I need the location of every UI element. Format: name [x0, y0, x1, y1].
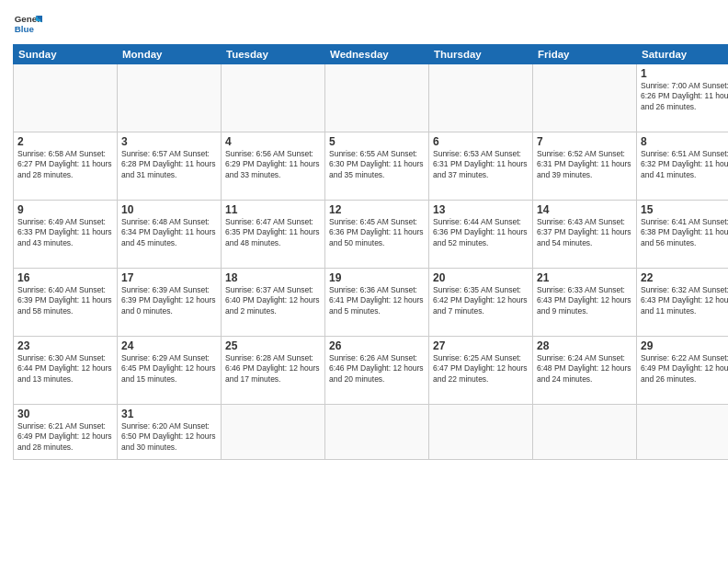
weekday-wednesday: Wednesday — [325, 45, 429, 64]
day-number: 5 — [329, 135, 425, 148]
day-info: Sunrise: 6:29 AM Sunset: 6:45 PM Dayligh… — [121, 353, 217, 385]
calendar-cell: 10Sunrise: 6:48 AM Sunset: 6:34 PM Dayli… — [118, 201, 222, 269]
day-number: 21 — [537, 271, 632, 284]
calendar-cell: 4Sunrise: 6:56 AM Sunset: 6:29 PM Daylig… — [222, 132, 325, 201]
calendar-cell — [325, 64, 429, 132]
calendar-week-0: 1Sunrise: 7:00 AM Sunset: 6:26 PM Daylig… — [14, 64, 729, 132]
day-number: 22 — [641, 271, 728, 284]
day-info: Sunrise: 6:22 AM Sunset: 6:49 PM Dayligh… — [641, 353, 728, 385]
calendar-cell: 6Sunrise: 6:53 AM Sunset: 6:31 PM Daylig… — [429, 132, 533, 201]
calendar-cell: 9Sunrise: 6:49 AM Sunset: 6:33 PM Daylig… — [14, 201, 118, 269]
day-number: 6 — [433, 135, 529, 148]
calendar-cell: 8Sunrise: 6:51 AM Sunset: 6:32 PM Daylig… — [637, 132, 729, 201]
weekday-saturday: Saturday — [637, 45, 729, 64]
day-info: Sunrise: 6:57 AM Sunset: 6:28 PM Dayligh… — [121, 149, 217, 180]
calendar-cell: 20Sunrise: 6:35 AM Sunset: 6:42 PM Dayli… — [429, 269, 533, 337]
day-number: 14 — [537, 203, 632, 216]
calendar-cell: 30Sunrise: 6:21 AM Sunset: 6:49 PM Dayli… — [14, 405, 118, 460]
calendar-week-2: 9Sunrise: 6:49 AM Sunset: 6:33 PM Daylig… — [14, 201, 729, 269]
day-number: 12 — [329, 203, 425, 216]
calendar-cell: 15Sunrise: 6:41 AM Sunset: 6:38 PM Dayli… — [637, 201, 729, 269]
calendar-cell: 17Sunrise: 6:39 AM Sunset: 6:39 PM Dayli… — [118, 269, 222, 337]
calendar-cell: 27Sunrise: 6:25 AM Sunset: 6:47 PM Dayli… — [429, 337, 533, 405]
day-number: 1 — [641, 67, 728, 80]
day-number: 2 — [17, 135, 113, 148]
calendar-cell: 2Sunrise: 6:58 AM Sunset: 6:27 PM Daylig… — [14, 132, 118, 201]
day-info: Sunrise: 6:47 AM Sunset: 6:35 PM Dayligh… — [225, 217, 321, 248]
page: General Blue SundayMondayTuesdayWednesda… — [0, 0, 728, 563]
day-info: Sunrise: 6:56 AM Sunset: 6:29 PM Dayligh… — [225, 149, 321, 180]
day-number: 17 — [121, 271, 217, 284]
svg-text:Blue: Blue — [15, 24, 35, 34]
calendar-cell: 19Sunrise: 6:36 AM Sunset: 6:41 PM Dayli… — [325, 269, 429, 337]
calendar-cell: 16Sunrise: 6:40 AM Sunset: 6:39 PM Dayli… — [14, 269, 118, 337]
day-number: 8 — [641, 135, 728, 148]
day-info: Sunrise: 6:25 AM Sunset: 6:47 PM Dayligh… — [433, 353, 529, 385]
day-number: 26 — [329, 339, 425, 352]
calendar-week-3: 16Sunrise: 6:40 AM Sunset: 6:39 PM Dayli… — [14, 269, 729, 337]
day-info: Sunrise: 6:41 AM Sunset: 6:38 PM Dayligh… — [641, 217, 728, 248]
calendar-cell — [533, 405, 637, 460]
day-number: 24 — [121, 339, 217, 352]
day-info: Sunrise: 6:48 AM Sunset: 6:34 PM Dayligh… — [121, 217, 217, 248]
calendar-cell: 11Sunrise: 6:47 AM Sunset: 6:35 PM Dayli… — [222, 201, 325, 269]
day-number: 13 — [433, 203, 529, 216]
day-info: Sunrise: 6:24 AM Sunset: 6:48 PM Dayligh… — [537, 353, 632, 385]
day-number: 15 — [641, 203, 728, 216]
day-number: 27 — [433, 339, 529, 352]
calendar-cell: 13Sunrise: 6:44 AM Sunset: 6:36 PM Dayli… — [429, 201, 533, 269]
day-info: Sunrise: 6:37 AM Sunset: 6:40 PM Dayligh… — [225, 285, 321, 316]
calendar-week-4: 23Sunrise: 6:30 AM Sunset: 6:44 PM Dayli… — [14, 337, 729, 405]
calendar-cell: 26Sunrise: 6:26 AM Sunset: 6:46 PM Dayli… — [325, 337, 429, 405]
calendar-cell: 23Sunrise: 6:30 AM Sunset: 6:44 PM Dayli… — [14, 337, 118, 405]
day-number: 18 — [225, 271, 321, 284]
calendar-cell: 25Sunrise: 6:28 AM Sunset: 6:46 PM Dayli… — [222, 337, 325, 405]
day-number: 30 — [17, 408, 113, 420]
calendar-cell — [429, 64, 533, 132]
calendar-cell: 21Sunrise: 6:33 AM Sunset: 6:43 PM Dayli… — [533, 269, 637, 337]
weekday-monday: Monday — [118, 45, 222, 64]
weekday-header-row: SundayMondayTuesdayWednesdayThursdayFrid… — [14, 45, 729, 64]
day-info: Sunrise: 6:49 AM Sunset: 6:33 PM Dayligh… — [17, 217, 113, 248]
day-info: Sunrise: 6:44 AM Sunset: 6:36 PM Dayligh… — [433, 217, 529, 248]
calendar-cell: 3Sunrise: 6:57 AM Sunset: 6:28 PM Daylig… — [118, 132, 222, 201]
day-info: Sunrise: 6:58 AM Sunset: 6:27 PM Dayligh… — [17, 149, 113, 180]
calendar-cell — [533, 64, 637, 132]
day-number: 10 — [121, 203, 217, 216]
calendar-cell — [222, 64, 325, 132]
calendar-cell: 12Sunrise: 6:45 AM Sunset: 6:36 PM Dayli… — [325, 201, 429, 269]
calendar-cell — [325, 405, 429, 460]
day-number: 7 — [537, 135, 632, 148]
logo: General Blue — [13, 9, 42, 39]
day-info: Sunrise: 6:53 AM Sunset: 6:31 PM Dayligh… — [433, 149, 529, 180]
calendar-cell: 22Sunrise: 6:32 AM Sunset: 6:43 PM Dayli… — [637, 269, 729, 337]
generalblue-logo-icon: General Blue — [13, 9, 42, 39]
calendar-cell — [637, 405, 729, 460]
weekday-thursday: Thursday — [429, 45, 533, 64]
calendar-cell: 14Sunrise: 6:43 AM Sunset: 6:37 PM Dayli… — [533, 201, 637, 269]
day-info: Sunrise: 6:20 AM Sunset: 6:50 PM Dayligh… — [121, 421, 217, 453]
calendar-cell: 7Sunrise: 6:52 AM Sunset: 6:31 PM Daylig… — [533, 132, 637, 201]
day-info: Sunrise: 6:30 AM Sunset: 6:44 PM Dayligh… — [17, 353, 113, 385]
day-info: Sunrise: 7:00 AM Sunset: 6:26 PM Dayligh… — [641, 81, 728, 112]
calendar-cell: 29Sunrise: 6:22 AM Sunset: 6:49 PM Dayli… — [637, 337, 729, 405]
day-info: Sunrise: 6:45 AM Sunset: 6:36 PM Dayligh… — [329, 217, 425, 248]
day-info: Sunrise: 6:51 AM Sunset: 6:32 PM Dayligh… — [641, 149, 728, 180]
day-info: Sunrise: 6:33 AM Sunset: 6:43 PM Dayligh… — [537, 285, 632, 316]
day-info: Sunrise: 6:55 AM Sunset: 6:30 PM Dayligh… — [329, 149, 425, 180]
calendar-cell: 18Sunrise: 6:37 AM Sunset: 6:40 PM Dayli… — [222, 269, 325, 337]
calendar-cell: 31Sunrise: 6:20 AM Sunset: 6:50 PM Dayli… — [118, 405, 222, 460]
day-number: 11 — [225, 203, 321, 216]
calendar-week-5: 30Sunrise: 6:21 AM Sunset: 6:49 PM Dayli… — [14, 405, 729, 460]
day-number: 25 — [225, 339, 321, 352]
day-info: Sunrise: 6:39 AM Sunset: 6:39 PM Dayligh… — [121, 285, 217, 316]
calendar-cell: 28Sunrise: 6:24 AM Sunset: 6:48 PM Dayli… — [533, 337, 637, 405]
calendar-cell — [14, 64, 118, 132]
calendar-cell — [222, 405, 325, 460]
weekday-friday: Friday — [533, 45, 637, 64]
day-number: 9 — [17, 203, 113, 216]
weekday-sunday: Sunday — [14, 45, 118, 64]
calendar-cell: 5Sunrise: 6:55 AM Sunset: 6:30 PM Daylig… — [325, 132, 429, 201]
day-number: 3 — [121, 135, 217, 148]
day-info: Sunrise: 6:32 AM Sunset: 6:43 PM Dayligh… — [641, 285, 728, 316]
